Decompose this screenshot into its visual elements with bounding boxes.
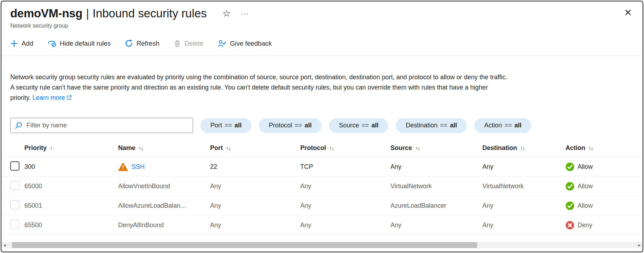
header: demoVM-nsg|Inbound security rules ☆ ··· …	[10, 6, 643, 21]
column-header-action[interactable]: Action ↑↓	[565, 144, 643, 152]
toolbar-divider	[1, 56, 643, 56]
cell-source: Any	[390, 163, 482, 171]
cell-action: Allow	[565, 201, 643, 210]
delete-button[interactable]: Delete	[174, 40, 203, 47]
description-text: Network security group security rules ar…	[10, 72, 634, 103]
refresh-button[interactable]: Refresh	[125, 39, 159, 47]
cell-protocol: TCP	[300, 163, 390, 171]
row-checkbox[interactable]	[10, 220, 19, 229]
table-row[interactable]: 300 SSH 22 TCP Any Any	[1, 157, 643, 177]
column-header-destination[interactable]: Destination ↑↓	[482, 144, 565, 152]
description-line-3: priority. Learn more	[10, 93, 634, 103]
cell-priority: 65000	[24, 183, 118, 190]
column-header-name[interactable]: Name ↑↓	[118, 144, 210, 152]
hide-default-rules-label: Hide default rules	[60, 40, 111, 47]
sort-icon: ↑↓	[588, 145, 593, 151]
title-separator: |	[86, 7, 89, 20]
close-button[interactable]: ✕	[624, 7, 632, 18]
scrollbar-thumb[interactable]	[12, 242, 477, 248]
rules-table: Priority ↑↓ Name ↑↓ Port ↑↓ Protocol ↑↓ …	[1, 139, 643, 235]
resource-name: demoVM-nsg	[10, 7, 82, 20]
cell-port: Any	[210, 222, 300, 229]
give-feedback-button[interactable]: Give feedback	[217, 40, 272, 47]
rule-name-link[interactable]: SSH	[132, 163, 145, 171]
scroll-left-button[interactable]: ◀	[1, 242, 8, 248]
person-feedback-icon	[217, 40, 226, 47]
add-label: Add	[22, 40, 33, 47]
filter-pill-source[interactable]: Source==all	[329, 118, 388, 133]
column-header-source[interactable]: Source ↑↓	[390, 144, 482, 152]
delete-label: Delete	[185, 40, 203, 47]
table-header-row: Priority ↑↓ Name ↑↓ Port ↑↓ Protocol ↑↓ …	[1, 139, 643, 157]
filter-pill-destination[interactable]: Destination==all	[396, 118, 467, 133]
description-line-1: Network security group security rules ar…	[10, 72, 634, 82]
cell-source: VirtualNetwork	[390, 183, 482, 190]
cell-name: AllowAzureLoadBalan…	[118, 202, 210, 209]
description-line-2: A security rule can't have the same prio…	[10, 82, 634, 93]
cell-action: Allow	[565, 182, 643, 191]
cell-port: Any	[210, 183, 300, 190]
cell-destination: VirtualNetwork	[482, 183, 565, 190]
give-feedback-label: Give feedback	[230, 40, 272, 47]
cell-action: Deny	[565, 221, 643, 230]
table-row[interactable]: 65500 DenyAllInBound Any Any Any Any Den…	[1, 215, 643, 235]
search-icon	[15, 122, 22, 129]
cell-priority: 300	[24, 163, 118, 171]
sort-icon: ↑↓	[329, 145, 334, 151]
column-header-protocol[interactable]: Protocol ↑↓	[300, 144, 390, 152]
rule-name-text: AllowAzureLoadBalan…	[118, 202, 187, 209]
cell-name: SSH	[118, 162, 210, 171]
column-header-priority[interactable]: Priority ↑↓	[24, 144, 118, 152]
table-row[interactable]: 65001 AllowAzureLoadBalan… Any Any Azure…	[1, 196, 643, 215]
row-checkbox[interactable]	[10, 161, 19, 171]
table-row[interactable]: 65000 AllowVnetInBound Any Any VirtualNe…	[1, 177, 643, 196]
scroll-left-icon: ◀	[4, 243, 6, 247]
cell-destination: Any	[482, 202, 565, 209]
plus-icon	[10, 40, 18, 47]
cell-protocol: Any	[300, 183, 390, 190]
hide-default-rules-button[interactable]: Hide default rules	[47, 40, 111, 47]
cell-checkbox	[10, 161, 24, 172]
filter-by-name-input[interactable]	[26, 121, 188, 130]
sort-icon: ↑↓	[415, 145, 420, 151]
cell-source: Any	[390, 222, 482, 229]
cell-name: AllowVnetInBound	[118, 183, 210, 190]
cell-port: Any	[210, 202, 300, 209]
allow-icon	[565, 201, 574, 210]
cell-source: AzureLoadBalancer	[390, 202, 482, 209]
column-header-port[interactable]: Port ↑↓	[210, 144, 300, 152]
allow-icon	[565, 182, 574, 191]
cell-destination: Any	[482, 163, 565, 171]
row-checkbox[interactable]	[10, 200, 19, 209]
filter-pill-action[interactable]: Action==all	[474, 118, 531, 133]
sort-icon: ↑↓	[226, 145, 231, 151]
learn-more-link[interactable]: Learn more	[33, 94, 72, 101]
filter-pill-port[interactable]: Port==all	[201, 118, 251, 133]
ellipsis-icon: ···	[241, 10, 249, 17]
external-link-icon	[66, 94, 72, 102]
row-checkbox[interactable]	[10, 181, 19, 190]
allow-icon	[565, 162, 574, 171]
cell-checkbox	[10, 181, 24, 192]
add-button[interactable]: Add	[10, 40, 33, 47]
warning-icon	[118, 162, 128, 171]
close-icon: ✕	[624, 7, 632, 18]
cell-checkbox	[10, 200, 24, 211]
refresh-icon	[125, 39, 133, 47]
cell-action: Allow	[565, 162, 643, 171]
cell-protocol: Any	[300, 222, 390, 229]
sort-icon: ↑↓	[139, 145, 143, 151]
more-options-button[interactable]: ···	[241, 10, 249, 17]
eye-hide-icon	[47, 40, 56, 47]
cell-port: 22	[210, 163, 300, 171]
horizontal-scrollbar: ◀ ▶	[1, 242, 643, 248]
cell-name: DenyAllInBound	[118, 222, 210, 229]
favorite-star-button[interactable]: ☆	[222, 9, 231, 18]
deny-icon	[565, 221, 574, 230]
page-title: demoVM-nsg|Inbound security rules	[10, 6, 207, 21]
resource-type-subtitle: Network security group	[10, 23, 643, 29]
filter-pill-protocol[interactable]: Protocol==all	[259, 118, 321, 133]
scroll-right-button[interactable]: ▶	[636, 242, 643, 248]
nsg-inbound-rules-panel: demoVM-nsg|Inbound security rules ☆ ··· …	[1, 1, 643, 252]
scrollbar-track[interactable]	[8, 242, 636, 248]
